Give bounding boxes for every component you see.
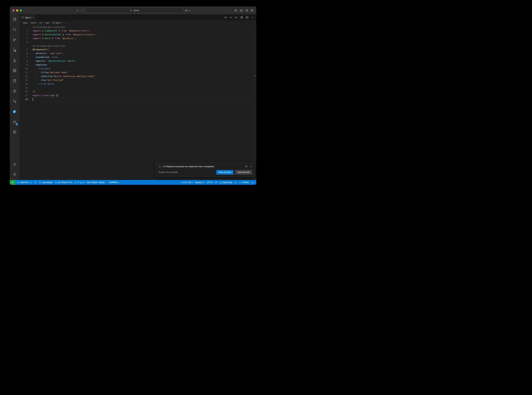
indent-guide <box>35 71 36 74</box>
close-icon[interactable] <box>250 165 252 168</box>
line-number: 9 <box>19 63 28 67</box>
layout-grid-icon <box>251 9 253 12</box>
minimize-window-button[interactable] <box>16 9 18 11</box>
status-vim-mode[interactable]: -- NORMAL -- <box>106 180 121 185</box>
status-label: add-hero <box>20 181 29 184</box>
status-indentation[interactable]: Spaces: 2 <box>194 180 205 185</box>
activity-bar-bottom <box>10 160 19 180</box>
breadcrumb-item[interactable]: apps <box>23 22 28 24</box>
codelens-row[interactable]: You, 26 minutes ago | 1 author (You) <box>19 25 256 29</box>
line-number: 13 <box>19 78 28 82</box>
activity-item-edge-tools[interactable] <box>10 107 19 116</box>
error-icon <box>75 181 77 184</box>
braces-icon: {} <box>220 181 221 184</box>
code-row: 16}) <box>19 90 256 93</box>
open-changes-previous-button[interactable] <box>224 16 227 19</box>
view-results-button[interactable]: View Results <box>235 170 252 175</box>
indent-guide <box>38 74 38 78</box>
toggle-annotation-button[interactable] <box>230 16 232 19</box>
command-center-group: acme <box>76 8 190 13</box>
split-editor-button[interactable] <box>246 16 248 19</box>
activity-item-play-circle[interactable] <box>10 87 19 95</box>
line-number: 18 <box>19 97 28 101</box>
activity-item-run-debug[interactable] <box>10 46 19 55</box>
toggle-panel-button[interactable] <box>240 9 243 12</box>
breadcrumb-item[interactable]: … <box>64 22 67 24</box>
status-label: Nx Cloud AI Fix <box>58 181 72 184</box>
line-number: 11 <box>19 71 28 74</box>
close-tab-button[interactable] <box>32 16 34 18</box>
code-row: 17export class App {} <box>19 93 256 97</box>
status-auto-attach[interactable]: Auto Attach: Always <box>85 180 106 185</box>
tab-app-ts[interactable]: TS app.ts <box>19 14 37 21</box>
workbench: 2 TS app.ts apps›demo›src›app›TSapp.ts›…… <box>10 14 256 180</box>
statusbar-right: Ln 18, Col 1Spaces: 2UTF-8LF{}TypeScript… <box>180 180 255 185</box>
customize-layout-button[interactable] <box>251 9 253 12</box>
status-cursor-position[interactable]: Ln 18, Col 1 <box>180 180 194 185</box>
status-copilot[interactable] <box>233 180 238 185</box>
tab-label: app.ts <box>25 16 31 19</box>
status-branch[interactable]: add-hero <box>16 180 33 185</box>
status-encoding[interactable]: UTF-8 <box>205 180 214 185</box>
notification-source: Source: Nx Console <box>158 171 216 174</box>
activity-item-explorer[interactable] <box>10 15 19 24</box>
line-number: 3 <box>19 37 28 40</box>
activity-item-nx-console[interactable]: 2 <box>10 118 19 126</box>
code-text: @Component({ <box>33 48 256 51</box>
circle-o-icon <box>230 16 232 19</box>
activity-item-testing[interactable] <box>10 56 19 65</box>
debug-icon <box>13 48 16 52</box>
status-remote[interactable]: >< <box>10 180 16 185</box>
breadcrumb-item[interactable]: demo <box>31 22 36 24</box>
edge-icon <box>13 110 16 114</box>
codelens-row[interactable]: You, 26 minutes ago | 1 author (You) <box>19 44 256 48</box>
line-number: 15 <box>19 86 28 90</box>
activity-item-source-control[interactable] <box>10 35 19 44</box>
navigate-forward-button[interactable] <box>81 9 84 12</box>
activity-item-package-explorer[interactable] <box>10 128 19 137</box>
activity-item-search-gear[interactable] <box>10 97 19 106</box>
command-center-search[interactable]: acme <box>86 8 183 13</box>
status-language[interactable]: {}TypeScript <box>219 180 233 185</box>
editor[interactable]: You, 26 minutes ago | 1 author (You)1imp… <box>19 25 256 180</box>
breadcrumb-separator: › <box>50 22 51 24</box>
zoom-window-button[interactable] <box>20 9 22 11</box>
status-bar: ><add-heroLaunchpadNx Cloud AI Fix00Auto… <box>10 180 256 185</box>
indent-guide <box>35 82 36 86</box>
status-eol[interactable]: LF <box>214 180 219 185</box>
toggle-primary-sidebar-button[interactable] <box>235 9 237 12</box>
close-window-button[interactable] <box>12 9 15 11</box>
activity-item-extensions[interactable] <box>10 66 19 75</box>
activity-item-settings[interactable] <box>10 170 19 179</box>
more-actions-button[interactable] <box>251 16 254 19</box>
notification-toast: CI Pipeline Execution for #add-hero has … <box>156 163 255 177</box>
indent-guide <box>35 78 36 82</box>
codelens-text: You, 26 minutes ago | 1 author (You) <box>33 25 256 29</box>
view-commit-button[interactable]: View Commit <box>216 170 233 175</box>
status-commit-graph[interactable] <box>33 180 38 185</box>
code-rows: You, 26 minutes ago | 1 author (You)1imp… <box>19 25 256 101</box>
run-file-button[interactable] <box>240 16 243 19</box>
line-number: 6 <box>19 51 28 55</box>
gear-icon[interactable] <box>245 165 247 168</box>
breadcrumb-item[interactable]: src <box>39 22 42 24</box>
breadcrumb-label: apps <box>23 22 28 24</box>
status-formatter[interactable]: Prettier <box>238 180 250 185</box>
copilot-menu-button[interactable] <box>185 9 190 12</box>
open-changes-next-button[interactable] <box>235 16 238 19</box>
toggle-secondary-sidebar-button[interactable] <box>245 9 248 12</box>
navigate-back-button[interactable] <box>76 9 79 12</box>
line-number: 8 <box>19 59 28 63</box>
breadcrumb-item[interactable]: TSapp.ts <box>52 22 61 24</box>
cube-icon <box>13 130 16 134</box>
code-row: 4 <box>19 40 256 44</box>
status-nx-cloud-fix[interactable]: Nx Cloud AI Fix <box>54 180 74 185</box>
activity-item-copilot-edits[interactable] <box>10 77 19 85</box>
activity-item-search[interactable] <box>10 25 19 34</box>
status-launchpad[interactable]: Launchpad <box>38 180 54 185</box>
breadcrumb-item[interactable]: app <box>46 22 49 24</box>
codelens-text: You, 26 minutes ago | 1 author (You) <box>33 44 256 48</box>
status-diagnostics[interactable]: 00 <box>74 180 85 185</box>
activity-item-account[interactable] <box>10 160 19 169</box>
status-notifications-bell[interactable] <box>250 180 255 185</box>
